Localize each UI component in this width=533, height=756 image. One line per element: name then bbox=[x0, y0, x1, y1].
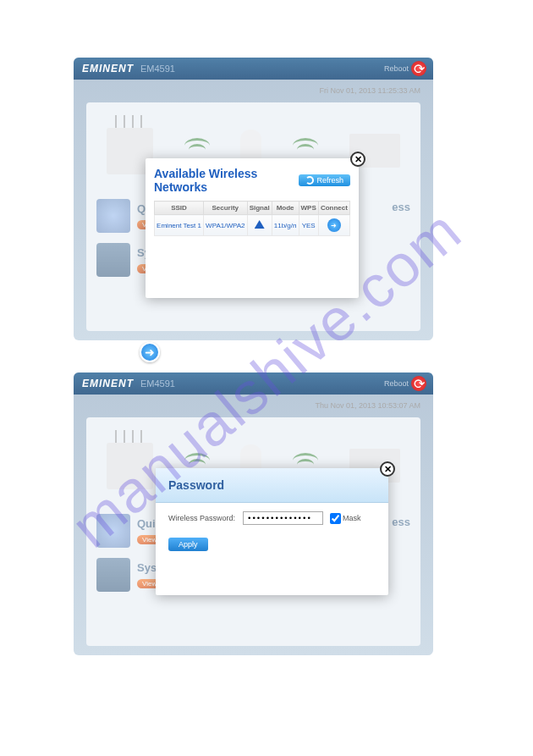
header-security: Security bbox=[204, 201, 248, 215]
password-input[interactable] bbox=[243, 511, 323, 525]
reboot-label: Reboot bbox=[384, 64, 409, 73]
cell-ssid: Eminent Test 1 bbox=[155, 215, 204, 236]
table-header-row: SSID Security Signal Mode WPS Connect bbox=[155, 201, 350, 215]
wireless-label: ess bbox=[392, 516, 410, 528]
reboot-button[interactable]: ⟳ bbox=[411, 61, 426, 76]
cell-signal bbox=[247, 215, 272, 236]
networks-table: SSID Security Signal Mode WPS Connect Em… bbox=[154, 201, 350, 236]
header-connect: Connect bbox=[318, 201, 349, 215]
cell-mode: 11b/g/n bbox=[272, 215, 299, 236]
header-mode: Mode bbox=[272, 201, 299, 215]
router-icon bbox=[107, 443, 153, 489]
modal-body: Wireless Password: Mask Apply bbox=[156, 503, 388, 560]
table-row: Eminent Test 1 WPA1/WPA2 11b/g/n YES ➜ bbox=[155, 215, 350, 236]
system-tile[interactable]: Syst View bbox=[96, 558, 162, 592]
date-label: Thu Nov 01, 2013 10:53:07 AM bbox=[74, 395, 433, 413]
gear-icon bbox=[96, 199, 130, 233]
reboot-area: Reboot ⟳ bbox=[384, 61, 426, 76]
apply-button[interactable]: Apply bbox=[168, 538, 208, 551]
reboot-button[interactable]: ⟳ bbox=[411, 376, 426, 391]
cell-security: WPA1/WPA2 bbox=[204, 215, 248, 236]
cell-connect: ➜ bbox=[318, 215, 349, 236]
monitor-icon bbox=[96, 558, 130, 592]
mask-checkbox-label[interactable]: Mask bbox=[330, 513, 361, 524]
window-header: EMINENT EM4591 Reboot ⟳ bbox=[74, 372, 433, 395]
header-ssid: SSID bbox=[155, 201, 204, 215]
close-button[interactable]: ✕ bbox=[350, 152, 365, 167]
reboot-area: Reboot ⟳ bbox=[384, 376, 426, 391]
brand-logo: EMINENT bbox=[82, 63, 134, 74]
model-label: EM4591 bbox=[140, 63, 175, 74]
refresh-button[interactable]: Refresh bbox=[299, 174, 350, 186]
password-label: Wireless Password: bbox=[168, 514, 236, 522]
window-header: EMINENT EM4591 Reboot ⟳ bbox=[74, 58, 433, 80]
step-arrow-icon: ➜ bbox=[140, 342, 160, 362]
refresh-label: Refresh bbox=[316, 176, 343, 185]
wireless-label: ess bbox=[392, 201, 410, 213]
close-button[interactable]: ✕ bbox=[380, 461, 395, 477]
model-label: EM4591 bbox=[140, 378, 175, 389]
gear-icon bbox=[96, 514, 130, 548]
mask-checkbox[interactable] bbox=[330, 513, 341, 524]
wireless-networks-modal: ✕ Available Wireless Networks Refresh SS… bbox=[146, 158, 359, 298]
brand-logo: EMINENT bbox=[82, 378, 134, 389]
header-wps: WPS bbox=[299, 201, 318, 215]
apply-label: Apply bbox=[179, 540, 198, 549]
monitor-icon bbox=[96, 243, 130, 277]
header-signal: Signal bbox=[247, 201, 272, 215]
password-modal: ✕ Password Wireless Password: Mask Apply bbox=[156, 468, 388, 595]
modal-title: Available Wireless Networks bbox=[154, 167, 299, 194]
cell-wps: YES bbox=[299, 215, 318, 236]
mask-label: Mask bbox=[343, 514, 361, 522]
modal-header: Available Wireless Networks Refresh bbox=[154, 167, 350, 194]
date-label: Fri Nov 01, 2013 11:25:33 AM bbox=[74, 80, 433, 98]
connect-button[interactable]: ➜ bbox=[327, 218, 341, 232]
password-row: Wireless Password: Mask bbox=[168, 511, 376, 525]
modal-title: Password bbox=[156, 468, 388, 503]
reboot-label: Reboot bbox=[384, 379, 409, 388]
refresh-icon bbox=[305, 176, 314, 185]
signal-icon bbox=[255, 220, 265, 229]
quick-tile[interactable]: Quic View bbox=[96, 514, 162, 548]
